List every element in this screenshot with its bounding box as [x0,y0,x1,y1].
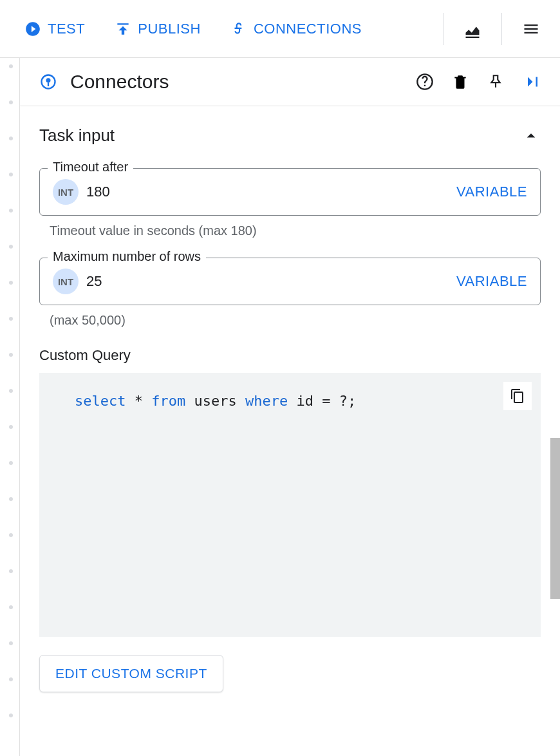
publish-label: PUBLISH [138,21,201,37]
test-label: TEST [48,21,85,37]
svg-point-1 [46,78,51,82]
connections-icon [230,21,247,37]
collapse-right-icon [521,72,541,91]
menu-icon [522,20,540,38]
play-circle-icon [24,21,41,37]
max-rows-field: Maximum number of rows INT VARIABLE [39,258,541,305]
kw-from: from [151,393,185,409]
panel-title: Connectors [70,71,402,93]
custom-query-code: select * from users where id = ?; [39,373,541,637]
connector-icon [39,73,57,91]
copy-button[interactable] [503,382,532,410]
main-panel: Connectors Task input Timeout after INT [19,58,560,756]
help-button[interactable] [415,72,434,91]
task-input-section: Task input Timeout after INT VARIABLE Ti… [20,106,560,705]
collapse-button[interactable] [521,72,541,91]
chart-button[interactable] [456,13,489,45]
delete-button[interactable] [451,72,470,91]
trash-icon [452,73,469,90]
max-rows-input[interactable] [86,273,449,290]
timeout-label: Timeout after [48,160,133,175]
timeout-input[interactable] [86,184,449,200]
chevron-up-icon [521,126,541,146]
section-title: Task input [39,126,115,146]
kw-star: * [135,393,143,409]
max-rows-label: Maximum number of rows [48,249,206,264]
int-chip: INT [53,179,79,205]
timeout-variable-link[interactable]: VARIABLE [456,184,527,200]
connections-button[interactable]: CONNECTIONS [219,14,373,44]
panel-header: Connectors [20,58,560,106]
help-icon [416,73,434,91]
scrollbar[interactable] [550,438,560,599]
timeout-hint: Timeout value in seconds (max 180) [50,223,541,238]
copy-icon [510,388,525,404]
tok-rest: = ?; [313,393,356,409]
chart-icon [463,20,481,38]
tok-table: users [194,393,236,409]
kw-where: where [245,393,288,409]
custom-query-label: Custom Query [39,347,541,364]
pin-button[interactable] [486,72,505,91]
pin-icon [487,73,504,90]
menu-button[interactable] [515,13,547,45]
edit-custom-script-button[interactable]: EDIT CUSTOM SCRIPT [39,655,223,692]
max-rows-hint: (max 50,000) [50,313,541,328]
publish-button[interactable]: PUBLISH [103,14,212,44]
toolbar-divider [501,13,502,45]
top-toolbar: TEST PUBLISH CONNECTIONS [0,0,560,58]
toolbar-divider [443,13,443,45]
tok-col: id [296,393,313,409]
section-header[interactable]: Task input [39,126,541,146]
ruler [9,64,13,756]
kw-select: select [75,393,126,409]
max-rows-variable-link[interactable]: VARIABLE [456,273,527,290]
timeout-field: Timeout after INT VARIABLE [39,168,541,216]
connections-label: CONNECTIONS [254,21,362,37]
int-chip: INT [53,269,79,294]
upload-icon [115,21,131,37]
test-button[interactable]: TEST [13,14,97,44]
